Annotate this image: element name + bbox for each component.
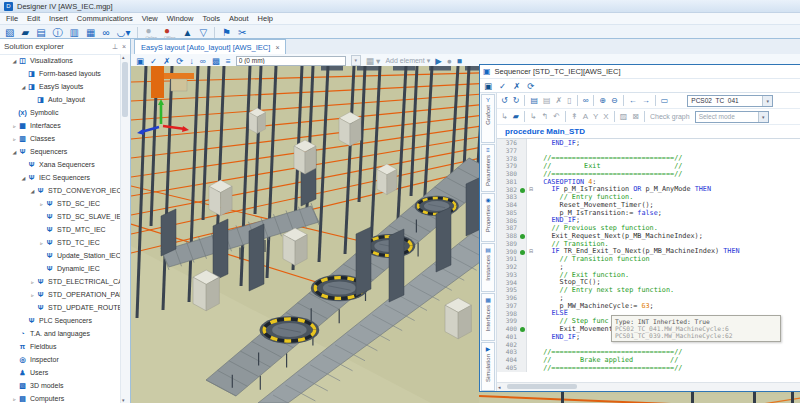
- step-add-icon[interactable]: ↳: [501, 112, 508, 122]
- chevron-down-icon[interactable]: ▾: [758, 112, 768, 122]
- menu-edit[interactable]: Edit: [27, 14, 40, 23]
- tree-item-dynamic-iec[interactable]: ΨDynamic_IEC: [0, 262, 121, 275]
- expander-icon[interactable]: ▹: [29, 279, 36, 285]
- sidebar-scrollbar[interactable]: ▴ ▾: [120, 54, 130, 403]
- scroll-up-icon[interactable]: ▴: [122, 54, 125, 60]
- apply-check-icon[interactable]: ✓: [150, 56, 157, 66]
- menu-about[interactable]: About: [229, 14, 249, 23]
- cancel-cross-icon[interactable]: ✗: [513, 81, 520, 91]
- code-line[interactable]: 385 p_M_IsTransition:= false;: [497, 209, 800, 217]
- chevron-down-icon[interactable]: ▾: [762, 96, 772, 106]
- code-editor[interactable]: 376 END_IF;377378 //====================…: [497, 139, 800, 391]
- tree-item-classes[interactable]: ▹▥Classes: [0, 132, 121, 145]
- code-line[interactable]: 395 // Entry next step function.: [497, 286, 800, 294]
- side-tab-interfaces[interactable]: ▦Interfaces: [481, 293, 495, 342]
- code-line[interactable]: 389 // Transition.: [497, 240, 800, 248]
- tab-close-icon[interactable]: ×: [275, 44, 279, 51]
- list-editor-icon[interactable]: ▦: [86, 28, 95, 38]
- next-step-icon[interactable]: →: [642, 96, 650, 106]
- pin-icon[interactable]: ⊥: [112, 43, 118, 51]
- expander-icon[interactable]: ▹: [38, 201, 45, 207]
- code-line[interactable]: 388 Exit_Request_Next(p_MB_MachineIndex)…: [497, 232, 800, 240]
- refresh-icon[interactable]: ⟳: [176, 56, 183, 66]
- code-line[interactable]: 404 // Brake applied //: [497, 356, 800, 364]
- code-line[interactable]: 403 //==============================//: [497, 348, 800, 356]
- tree-item-xana-sequencers[interactable]: ΨXana Sequencers: [0, 158, 121, 171]
- code-line[interactable]: 396 ;: [497, 294, 800, 302]
- align-a-icon[interactable]: A: [583, 112, 588, 122]
- tree-item-std-update-routes-iec[interactable]: ΨSTD_UPDATE_ROUTES_IEC: [0, 301, 121, 314]
- zoom-in-icon[interactable]: ⊕: [599, 96, 606, 106]
- tree-item-sequencers[interactable]: ◢ΨSequencers: [0, 145, 121, 158]
- tree-item-3d-models[interactable]: ▧3D models: [0, 379, 121, 392]
- form-editor-icon[interactable]: ▤: [36, 28, 45, 38]
- fold-icon[interactable]: ⊟: [527, 186, 535, 192]
- expander-icon[interactable]: ◢: [11, 58, 18, 64]
- tab-easys-layout[interactable]: EasyS layout [Auto_layout] [AWS_IEC] ×: [134, 39, 286, 54]
- tree-item-iec-sequencers[interactable]: ◢ΨIEC Sequencers: [0, 171, 121, 184]
- cut-tool-icon[interactable]: ✂: [238, 28, 246, 38]
- expander-icon[interactable]: ◢: [20, 84, 27, 90]
- tree-item-computers[interactable]: ▹▤Computers: [0, 392, 121, 403]
- code-line[interactable]: 378 //==============================//: [497, 155, 800, 163]
- tree-item-auto-layout[interactable]: ◨Auto_layout: [0, 93, 121, 106]
- hscroll-thumb[interactable]: [507, 384, 577, 389]
- select-mode-combo[interactable]: Select mode▾: [695, 111, 769, 123]
- expander-icon[interactable]: ◢: [29, 188, 36, 194]
- info-icon[interactable]: ⓘ: [53, 28, 63, 38]
- menu-file[interactable]: File: [6, 14, 18, 23]
- menu-communications[interactable]: Communications: [77, 14, 133, 23]
- add-element-button[interactable]: Add element ▾: [385, 57, 430, 65]
- binoculars-search-icon[interactable]: ∞: [583, 96, 589, 106]
- code-line[interactable]: 384 Reset_Movement_Timer();: [497, 201, 800, 209]
- lock-icon[interactable]: ▣: [136, 56, 144, 66]
- tree-item-users[interactable]: ♟Users: [0, 366, 121, 379]
- menu-help[interactable]: Help: [258, 14, 273, 23]
- redo-icon[interactable]: ↻: [513, 96, 520, 106]
- menu-tools[interactable]: Tools: [202, 14, 220, 23]
- code-line[interactable]: 390⊟ IF TR_End_Exit_To_Next(p_MB_Machine…: [497, 248, 800, 256]
- tree-item-update-station-iec[interactable]: ΨUpdate_Station_IEC: [0, 249, 121, 262]
- expander-icon[interactable]: ▹: [38, 240, 45, 246]
- copy-icon[interactable]: ▤: [530, 96, 538, 106]
- menu-window[interactable]: Window: [167, 14, 194, 23]
- align-x-icon[interactable]: X: [603, 112, 608, 122]
- code-line[interactable]: 381 CASEOPTION 4:: [497, 178, 800, 186]
- block-icon[interactable]: ▰: [513, 112, 519, 122]
- prev-step-icon[interactable]: ←: [629, 96, 637, 106]
- side-tab-parameters[interactable]: ≡Parameters: [481, 144, 495, 193]
- tree-item-t-a-and-languages[interactable]: ◔T.A. and languages: [0, 327, 121, 340]
- list-icon[interactable]: ≡: [226, 56, 231, 66]
- tree-item-interfaces[interactable]: ▹▦Interfaces: [0, 119, 121, 132]
- expander-icon[interactable]: ▹: [11, 136, 18, 142]
- open-project-icon[interactable]: ▰: [21, 28, 29, 38]
- close-icon[interactable]: ×: [122, 43, 126, 50]
- tree-item-std-sc-iec[interactable]: ▹ΨSTD_SC_IEC: [0, 197, 121, 210]
- paste-icon[interactable]: ▤: [543, 96, 551, 106]
- close-box-icon[interactable]: ⊠: [632, 112, 639, 122]
- code-line[interactable]: 386 END_IF;: [497, 217, 800, 225]
- code-hscrollbar[interactable]: ◂: [497, 382, 800, 391]
- scroll-left-icon[interactable]: ◂: [498, 384, 501, 390]
- side-tab-grafcet[interactable]: YGrafcet: [481, 94, 495, 143]
- cut-icon[interactable]: ✗: [556, 96, 563, 106]
- code-line[interactable]: 376 END_IF;: [497, 139, 800, 147]
- expander-icon[interactable]: ◢: [11, 149, 18, 155]
- measure-input[interactable]: [236, 56, 346, 66]
- step-in-icon[interactable]: ↳: [530, 112, 537, 122]
- side-tab-instances[interactable]: ▤Instances: [481, 243, 495, 292]
- code-line[interactable]: 405 //==============================//: [497, 364, 800, 372]
- panel-editor-icon[interactable]: ▥: [70, 28, 79, 38]
- scrollbar-thumb[interactable]: [122, 62, 128, 117]
- grid-dropdown-icon[interactable]: ▦ ▾: [366, 56, 381, 66]
- tree-item-std-operation-pane-[interactable]: ▹ΨSTD_OPERATION_PANE...: [0, 288, 121, 301]
- view-options-dropdown-icon[interactable]: ◡▾: [117, 28, 131, 38]
- menu-view[interactable]: View: [142, 14, 158, 23]
- new-scene-icon[interactable]: ▧: [5, 28, 14, 38]
- refresh-icon[interactable]: ⟳: [527, 81, 534, 91]
- code-line[interactable]: 392 ;: [497, 263, 800, 271]
- align-y-icon[interactable]: Y: [593, 112, 598, 122]
- tree-item-inspector[interactable]: ◎Inspector: [0, 353, 121, 366]
- tree-item-easys-layouts[interactable]: ◢◨EasyS layouts: [0, 80, 121, 93]
- scroll-down-icon[interactable]: ▾: [122, 397, 125, 403]
